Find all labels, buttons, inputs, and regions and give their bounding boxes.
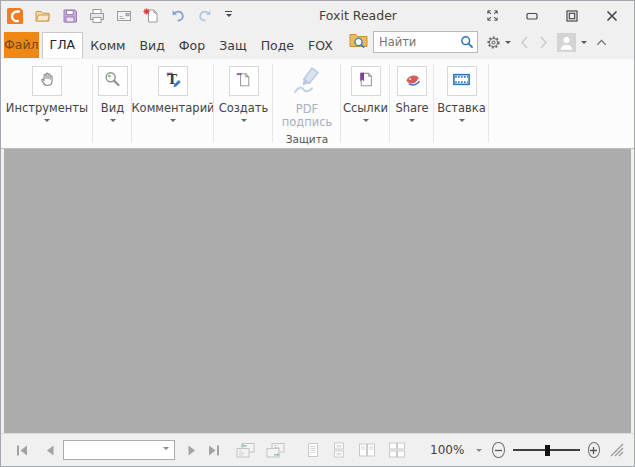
window-title: Foxit Reader [232,8,484,23]
close-icon[interactable] [604,8,620,24]
open-file-icon[interactable] [34,7,52,25]
tools-button[interactable]: Инструменты [1,59,93,148]
window-controls [484,8,620,24]
zoom-level-caret-icon[interactable] [476,449,482,455]
previous-page-icon[interactable] [45,444,55,457]
history-back-icon [519,35,530,50]
next-view-icon [265,442,286,459]
tab-share[interactable]: Поде [254,34,301,58]
search-folder-icon[interactable] [348,30,369,54]
text-comment-icon: T [164,70,183,93]
save-icon[interactable] [61,7,79,25]
title-bar: Foxit Reader [1,1,634,30]
dropdown-caret-icon [363,119,369,125]
page-number-combo[interactable] [63,440,175,460]
redo-icon[interactable] [196,7,214,25]
ribbon-tab-bar: Файл ГЛА Комм Вид Фор Защ Поде FOX Пом [1,30,634,59]
view-label: Вид [101,101,124,115]
page-combo-caret-icon[interactable] [163,447,169,453]
comment-button[interactable]: T Комментарий [132,59,214,148]
share-button[interactable]: Share [390,59,434,148]
email-icon[interactable] [115,7,133,25]
customize-toolbar-dropdown-icon[interactable] [225,11,232,20]
pdf-sign-label-line2: подпись [282,116,333,129]
comment-label: Комментарий [131,101,214,115]
foxit-reader-window: Foxit Reader Файл ГЛА Комм Вид Фор Защ П… [0,0,635,467]
tab-comment[interactable]: Комм [83,34,132,58]
resize-grip-icon[interactable] [610,443,624,457]
zoom-out-icon[interactable] [492,442,504,458]
undo-icon[interactable] [169,7,187,25]
create-button[interactable]: Создать [214,59,273,148]
dropdown-caret-icon [241,119,247,125]
last-page-icon[interactable] [207,444,221,457]
search-box [373,31,478,53]
zoom-level-value[interactable]: 100% [430,443,464,457]
page-number-input[interactable] [64,444,163,457]
zoom-magnifier-icon [103,70,122,93]
continuous-facing-layout-icon [388,442,406,458]
history-forward-icon [538,35,549,50]
ribbon-empty-space [489,59,634,148]
minimize-icon[interactable] [524,8,540,24]
first-page-icon[interactable] [15,444,29,457]
previous-view-icon [235,442,256,459]
protect-group-label: Защита [286,133,328,148]
dropdown-caret-icon [409,119,415,125]
tab-home[interactable]: ГЛА [42,32,84,58]
tab-protect[interactable]: Защ [212,34,253,58]
share-label: Share [395,101,428,115]
search-input[interactable] [374,35,457,49]
dropdown-caret-icon [110,119,116,125]
pdf-sign-button-disabled: PDF подпись Защита [273,59,341,148]
status-bar: 100% [1,433,634,466]
document-area[interactable] [4,149,631,433]
next-page-icon[interactable] [187,444,197,457]
film-strip-icon [452,70,471,93]
insert-button[interactable]: Вставка [434,59,489,148]
facing-layout-icon [358,442,376,458]
zoom-slider-handle[interactable] [545,445,550,456]
create-document-icon [234,70,253,93]
print-icon[interactable] [88,7,106,25]
maximize-icon[interactable] [564,8,580,24]
create-pdf-icon[interactable] [142,7,160,25]
share-icon [403,70,422,93]
foxit-logo-icon[interactable] [7,7,25,25]
insert-label: Вставка [437,101,486,115]
search-icon[interactable] [457,35,477,49]
continuous-layout-icon [332,442,346,458]
tab-help[interactable]: Пом [340,34,347,58]
tab-foxit-cloud[interactable]: FOX [301,34,340,58]
tab-bar-right-controls [348,30,608,58]
bookmark-document-icon [356,70,375,93]
dropdown-caret-icon [44,119,50,125]
dropdown-caret-icon [170,119,176,125]
zoom-in-icon[interactable] [588,442,600,458]
dropdown-caret-icon [459,119,465,125]
links-button[interactable]: Ссылки [341,59,390,148]
links-label: Ссылки [343,101,388,115]
view-zoom-button[interactable]: Вид [93,59,132,148]
single-page-layout-icon [306,442,320,458]
settings-gear-icon[interactable] [486,35,511,50]
create-label: Создать [219,101,269,115]
fullscreen-icon[interactable] [484,8,500,24]
hand-icon [38,70,57,93]
quick-access-toolbar [7,7,232,25]
tab-view[interactable]: Вид [133,34,172,58]
zoom-slider[interactable] [513,444,580,456]
ribbon: Инструменты Вид T Комментарий Создать [1,59,634,149]
tab-form[interactable]: Фор [172,34,212,58]
tools-label: Инструменты [6,101,88,115]
pdf-signature-pen-icon [289,63,325,103]
tab-file[interactable]: Файл [4,32,39,58]
ribbon-tabs: Файл ГЛА Комм Вид Фор Защ Поде FOX Пом [4,32,347,58]
account-avatar[interactable] [557,33,587,52]
collapse-ribbon-icon[interactable] [595,37,608,47]
